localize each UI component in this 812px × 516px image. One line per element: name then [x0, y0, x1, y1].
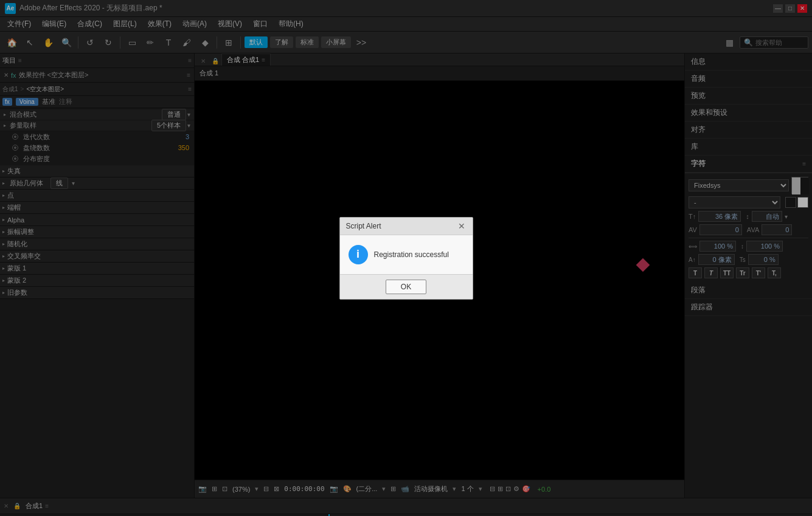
modal-overlay: Script Alert ✕ i Registration successful… — [0, 0, 812, 516]
dialog-title-bar: Script Alert ✕ — [340, 218, 473, 235]
dialog-ok-button[interactable]: OK — [386, 280, 426, 294]
script-alert-dialog: Script Alert ✕ i Registration successful… — [339, 217, 473, 300]
dialog-close-button[interactable]: ✕ — [457, 221, 467, 231]
dialog-body: i Registration successful — [340, 235, 473, 274]
dialog-message: Registration successful — [374, 250, 449, 259]
dialog-footer: OK — [340, 274, 473, 299]
dialog-title: Script Alert — [346, 222, 381, 230]
dialog-info-icon: i — [349, 245, 368, 264]
